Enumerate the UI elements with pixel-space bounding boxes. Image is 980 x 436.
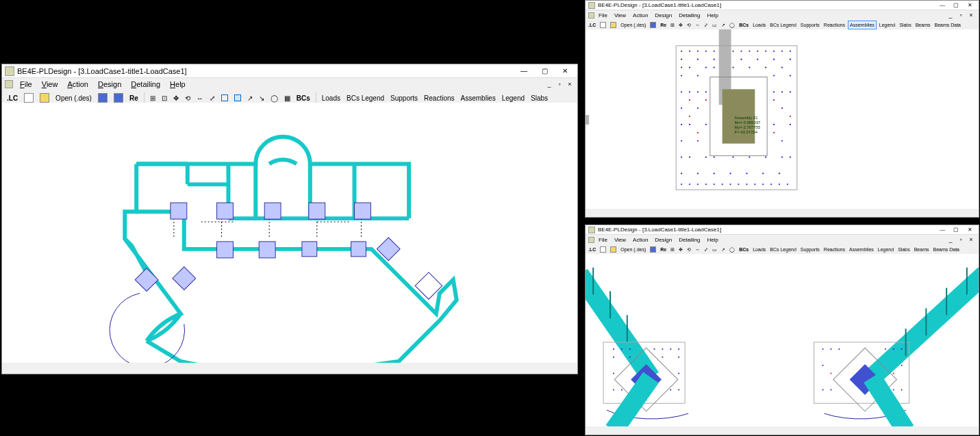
tool-h-icon[interactable]: ◯: [728, 245, 736, 254]
app-icon: [588, 227, 595, 233]
svg-point-54: [773, 91, 775, 92]
assemblies-button[interactable]: Assemblies: [848, 245, 875, 254]
tool-f-icon[interactable]: ▭: [711, 245, 718, 254]
menu-action[interactable]: Action: [630, 237, 651, 243]
svg-point-49: [790, 75, 791, 76]
reactions-button[interactable]: Reactions: [822, 21, 846, 29]
menu-file[interactable]: File: [16, 79, 36, 89]
beams-data-button[interactable]: Beams Data: [931, 245, 961, 254]
drawing-canvas[interactable]: [586, 254, 979, 426]
menu-view[interactable]: View: [612, 12, 629, 18]
maximize-button[interactable]: ▢: [535, 66, 554, 77]
svg-point-32: [697, 59, 699, 60]
menu-view[interactable]: View: [38, 79, 62, 89]
tool-a-icon[interactable]: ⊞: [669, 245, 676, 254]
menu-detailing[interactable]: Detailing: [676, 12, 703, 18]
drawing-canvas[interactable]: [2, 103, 577, 363]
lc-button[interactable]: .LC: [587, 245, 597, 254]
close-button[interactable]: ✕: [555, 66, 575, 77]
tool-b-icon[interactable]: ✥: [677, 245, 684, 254]
mdi-restore[interactable]: ▫: [555, 80, 564, 88]
reactions-button[interactable]: Reactions: [822, 245, 846, 254]
tool-g-icon[interactable]: ↗: [720, 245, 727, 254]
mdi-minimize[interactable]: _: [946, 11, 955, 19]
re-button[interactable]: Re: [659, 245, 668, 254]
slabs-button[interactable]: Slabs: [898, 21, 913, 29]
open-icon[interactable]: [609, 21, 618, 29]
close-button[interactable]: ✕: [964, 1, 976, 9]
menu-action[interactable]: Action: [63, 79, 92, 89]
tool-e-icon[interactable]: ⤢: [703, 21, 709, 29]
save-icon[interactable]: [649, 21, 657, 29]
menu-design[interactable]: Design: [652, 12, 675, 18]
svg-point-120: [662, 357, 663, 358]
slabs-button[interactable]: Slabs: [896, 245, 912, 254]
mdi-close[interactable]: ×: [565, 80, 575, 88]
mdi-minimize[interactable]: _: [544, 80, 554, 88]
svg-rect-2: [264, 203, 281, 219]
maximize-button[interactable]: ▢: [950, 226, 962, 233]
menu-file[interactable]: File: [596, 237, 610, 243]
open-des-button[interactable]: Open (.des): [619, 21, 647, 29]
re-button[interactable]: Re: [659, 21, 668, 29]
bcs-legend-button[interactable]: BCs Legend: [768, 21, 798, 29]
supports-button[interactable]: Supports: [799, 21, 821, 29]
maximize-button[interactable]: ▢: [950, 1, 962, 9]
svg-point-35: [757, 59, 758, 60]
save-icon[interactable]: [649, 245, 657, 254]
tool-h-icon[interactable]: ◯: [728, 21, 736, 29]
lc-button[interactable]: .LC: [587, 21, 597, 29]
legend-button[interactable]: Legend: [878, 21, 896, 29]
legend-button[interactable]: Legend: [877, 245, 895, 254]
minimize-button[interactable]: —: [936, 1, 948, 9]
mdi-close[interactable]: ×: [966, 235, 976, 244]
tool-d-icon[interactable]: ↔: [694, 245, 701, 254]
bcs-button[interactable]: BCs: [738, 245, 750, 254]
loads-button[interactable]: Loads: [751, 21, 767, 29]
bcs-button[interactable]: BCs: [738, 21, 750, 29]
menu-help[interactable]: Help: [166, 79, 190, 89]
tool-g-icon[interactable]: ↗: [720, 21, 727, 29]
tool-a-icon[interactable]: ⊞: [669, 21, 676, 29]
new-icon[interactable]: [599, 21, 607, 29]
menu-action[interactable]: Action: [630, 12, 651, 18]
tool-b-icon[interactable]: ✥: [677, 21, 684, 29]
app-icon: [588, 2, 595, 9]
minimize-button[interactable]: —: [936, 226, 948, 233]
tool-e-icon[interactable]: ⤢: [703, 245, 709, 254]
mdi-restore[interactable]: ▫: [956, 11, 966, 19]
drawing-canvas[interactable]: Assembly 21 Mx= 0.985037 My= 2.707755 F=…: [586, 29, 979, 209]
open-des-button[interactable]: Open (.des): [619, 245, 647, 254]
mdi-restore[interactable]: ▫: [956, 235, 966, 244]
menu-help[interactable]: Help: [704, 12, 720, 18]
supports-button[interactable]: Supports: [799, 245, 821, 254]
tool-c-icon[interactable]: ⟲: [686, 245, 692, 254]
mdi-close[interactable]: ×: [966, 11, 976, 19]
assemblies-button[interactable]: Assemblies: [848, 21, 877, 29]
beams-button[interactable]: Beams: [914, 21, 932, 29]
menu-help[interactable]: Help: [704, 237, 720, 243]
svg-point-85: [689, 183, 690, 185]
menu-design[interactable]: Design: [652, 237, 675, 243]
new-icon[interactable]: [599, 245, 607, 254]
minimize-button[interactable]: —: [514, 66, 533, 77]
beams-data-button[interactable]: Beams Data: [933, 21, 962, 29]
open-icon[interactable]: [609, 245, 618, 254]
menu-file[interactable]: File: [596, 12, 610, 18]
svg-point-75: [781, 156, 783, 157]
menu-design[interactable]: Design: [94, 79, 125, 89]
bcs-legend-button[interactable]: BCs Legend: [768, 245, 798, 254]
tool-c-icon[interactable]: ⟲: [686, 21, 692, 29]
menu-view[interactable]: View: [612, 237, 629, 243]
beams-button[interactable]: Beams: [913, 245, 931, 254]
tool-d-icon[interactable]: ↔: [694, 21, 701, 29]
svg-point-95: [770, 183, 772, 185]
mdi-minimize[interactable]: _: [946, 235, 955, 244]
menu-detailing[interactable]: Detailing: [676, 237, 703, 243]
titlebar: BE4E-PLDesign - [3.LoadCase1-title1-Load…: [2, 64, 577, 78]
loads-button[interactable]: Loads: [751, 245, 767, 254]
menu-detailing[interactable]: Detailing: [127, 79, 164, 89]
close-button[interactable]: ✕: [964, 226, 976, 233]
tool-f-icon[interactable]: ▭: [711, 21, 718, 29]
svg-point-78: [697, 172, 699, 174]
